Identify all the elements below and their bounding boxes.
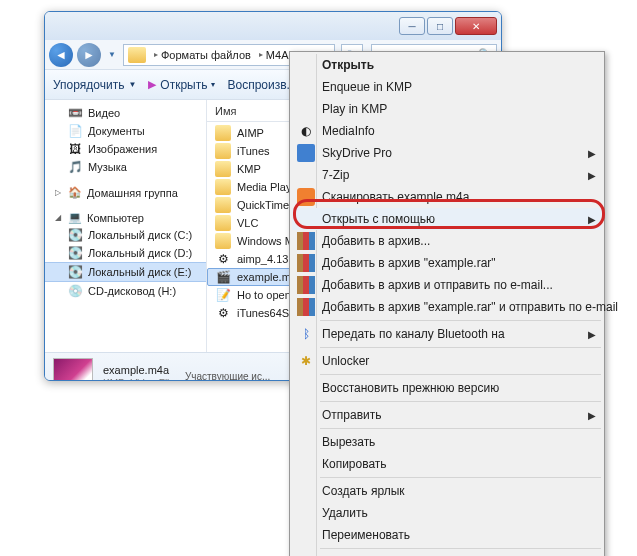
cloud-icon — [297, 144, 315, 162]
maximize-button[interactable]: □ — [427, 17, 453, 35]
organize-button[interactable]: Упорядочить▼ — [53, 78, 136, 92]
menu-add-rar-email[interactable]: Добавить в архив "example.rar" и отправи… — [292, 296, 602, 318]
nav-homegroup[interactable]: ▷🏠Домашняя группа — [45, 184, 206, 201]
archive-icon — [297, 232, 315, 250]
details-filetype: KMP -Video File — [103, 377, 175, 382]
archive-icon — [297, 276, 315, 294]
mediainfo-icon: ◐ — [297, 122, 315, 140]
context-menu: Открыть Enqueue in KMP Play in KMP ◐Medi… — [289, 51, 605, 556]
details-contributors-label: Участвующие ис... — [185, 371, 270, 381]
menu-separator — [320, 548, 601, 549]
nav-pane: 📼Видео 📄Документы 🖼Изображения 🎵Музыка ▷… — [45, 100, 207, 352]
menu-separator — [320, 401, 601, 402]
back-button[interactable]: ◄ — [49, 43, 73, 67]
nav-cd[interactable]: 💿CD-дисковод (H:) — [45, 282, 206, 300]
nav-video[interactable]: 📼Видео — [45, 104, 206, 122]
submenu-arrow-icon: ▶ — [588, 214, 596, 225]
open-button[interactable]: ▶Открыть▾ — [148, 78, 215, 92]
menu-play-kmp[interactable]: Play in KMP — [292, 98, 602, 120]
details-filename: example.m4a — [103, 363, 175, 377]
menu-separator — [320, 428, 601, 429]
nav-disk-c[interactable]: 💽Локальный диск (C:) — [45, 226, 206, 244]
menu-separator — [320, 320, 601, 321]
breadcrumb-part[interactable]: M4A — [266, 49, 289, 61]
menu-open-with[interactable]: Открыть с помощью▶ — [292, 208, 602, 230]
menu-unlocker[interactable]: ✱Unlocker — [292, 350, 602, 372]
submenu-arrow-icon: ▶ — [588, 329, 596, 340]
nav-computer[interactable]: ◢💻Компьютер — [45, 209, 206, 226]
menu-scan[interactable]: Сканировать example.m4a — [292, 186, 602, 208]
menu-separator — [320, 347, 601, 348]
menu-add-archive[interactable]: Добавить в архив... — [292, 230, 602, 252]
bluetooth-icon: ᛒ — [297, 325, 315, 343]
nav-disk-d[interactable]: 💽Локальный диск (D:) — [45, 244, 206, 262]
file-thumbnail: M4A — [53, 358, 93, 382]
nav-documents[interactable]: 📄Документы — [45, 122, 206, 140]
menu-delete[interactable]: Удалить — [292, 502, 602, 524]
submenu-arrow-icon: ▶ — [588, 148, 596, 159]
menu-skydrive[interactable]: SkyDrive Pro▶ — [292, 142, 602, 164]
menu-send-to[interactable]: Отправить▶ — [292, 404, 602, 426]
menu-restore[interactable]: Восстановить прежнюю версию — [292, 377, 602, 399]
menu-shortcut[interactable]: Создать ярлык — [292, 480, 602, 502]
close-button[interactable]: ✕ — [455, 17, 497, 35]
play-button[interactable]: Воспроизв... — [227, 78, 296, 92]
antivirus-icon — [297, 188, 315, 206]
minimize-button[interactable]: ─ — [399, 17, 425, 35]
menu-mediainfo[interactable]: ◐MediaInfo — [292, 120, 602, 142]
menu-cut[interactable]: Вырезать — [292, 431, 602, 453]
history-dropdown[interactable]: ▼ — [105, 45, 119, 65]
submenu-arrow-icon: ▶ — [588, 410, 596, 421]
folder-icon — [128, 47, 146, 63]
nav-disk-e[interactable]: 💽Локальный диск (E:) — [45, 262, 206, 282]
menu-separator — [320, 374, 601, 375]
forward-button[interactable]: ► — [77, 43, 101, 67]
breadcrumb-part[interactable]: Форматы файлов — [161, 49, 251, 61]
submenu-arrow-icon: ▶ — [588, 170, 596, 181]
details-info: example.m4a KMP -Video File — [103, 363, 175, 382]
titlebar: ─ □ ✕ — [45, 12, 501, 40]
menu-7zip[interactable]: 7-Zip▶ — [292, 164, 602, 186]
menu-add-email[interactable]: Добавить в архив и отправить по e-mail..… — [292, 274, 602, 296]
menu-open[interactable]: Открыть — [292, 54, 602, 76]
archive-icon — [297, 298, 315, 316]
unlocker-icon: ✱ — [297, 352, 315, 370]
menu-add-rar[interactable]: Добавить в архив "example.rar" — [292, 252, 602, 274]
menu-copy[interactable]: Копировать — [292, 453, 602, 475]
menu-bluetooth[interactable]: ᛒПередать по каналу Bluetooth на▶ — [292, 323, 602, 345]
menu-separator — [320, 477, 601, 478]
menu-enqueue-kmp[interactable]: Enqueue in KMP — [292, 76, 602, 98]
menu-rename[interactable]: Переименовать — [292, 524, 602, 546]
menu-properties[interactable]: Свойства — [292, 551, 602, 556]
archive-icon — [297, 254, 315, 272]
nav-pictures[interactable]: 🖼Изображения — [45, 140, 206, 158]
nav-music[interactable]: 🎵Музыка — [45, 158, 206, 176]
